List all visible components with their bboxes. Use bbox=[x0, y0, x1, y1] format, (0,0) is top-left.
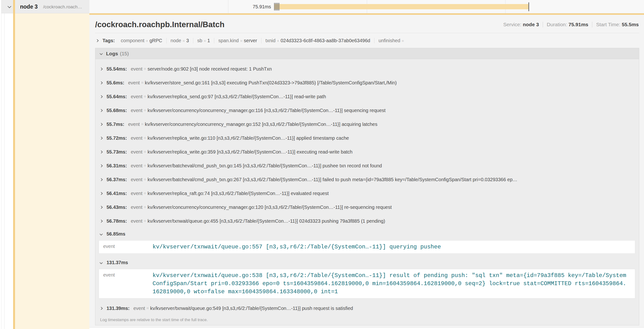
log-field-key: event bbox=[131, 108, 142, 113]
log-row[interactable]: 131.39ms: event = kv/kvserver/txnwait/qu… bbox=[95, 301, 639, 315]
log-detail-box: event kv/kvserver/txnwait/queue.go:538 [… bbox=[99, 269, 635, 298]
equals-sign: = bbox=[146, 39, 148, 43]
equals-sign: = bbox=[144, 219, 146, 223]
log-field-value: kv/kvserver/txnwait/queue.go:549 [n3,s3,… bbox=[150, 306, 353, 311]
logs-section: Logs (15) 55.54ms: event = server/node.g… bbox=[95, 48, 639, 326]
log-row[interactable]: 55.73ms: event = kv/kvserver/replica_wri… bbox=[95, 145, 639, 159]
chevron-right-icon[interactable] bbox=[100, 68, 103, 70]
chevron-right-icon[interactable] bbox=[100, 81, 103, 84]
meta-service-value: node 3 bbox=[523, 22, 539, 27]
chevron-right-icon[interactable] bbox=[100, 164, 103, 167]
log-row[interactable]: 56.41ms: event = kv/kvserver/replica_raf… bbox=[95, 186, 639, 200]
log-field-key: event bbox=[131, 218, 142, 224]
tag-span-kind[interactable]: span.kind=server bbox=[214, 38, 261, 44]
equals-sign: = bbox=[144, 67, 146, 71]
tag-sb[interactable]: sb=1 bbox=[193, 38, 214, 44]
log-field-value: kv/kvserver/replica_raft.go:74 [n3,s3,r6… bbox=[148, 191, 329, 196]
chevron-right-icon[interactable] bbox=[100, 136, 103, 140]
log-row[interactable]: 55.7ms: event = kv/kvserver/concurrency/… bbox=[95, 117, 639, 131]
logs-footer-note: Log timestamps are relative to the start… bbox=[95, 315, 639, 325]
chevron-right-icon[interactable] bbox=[100, 220, 103, 223]
equals-sign: = bbox=[144, 205, 146, 209]
chevron-right-icon[interactable] bbox=[100, 123, 103, 126]
log-detail-box: event kv/kvserver/txnwait/queue.go:557 [… bbox=[99, 240, 635, 254]
log-timestamp: 56.78ms: bbox=[106, 218, 127, 224]
log-marker-tick bbox=[275, 3, 276, 10]
chevron-right-icon[interactable] bbox=[100, 307, 103, 310]
log-row-expanded[interactable]: 56.85ms bbox=[95, 228, 639, 240]
span-title: /cockroach.roachpb.Internal/Batch bbox=[95, 20, 224, 29]
log-timestamp: 131.37ms bbox=[106, 260, 128, 265]
log-timestamp: 56.31ms: bbox=[106, 163, 127, 168]
trace-timeline-view: node 3 /cockroach.roach… 75.91ms /cockro… bbox=[0, 0, 644, 329]
meta-start-time: Start Time:55.5ms bbox=[592, 22, 639, 28]
log-row[interactable]: 56.78ms: event = kv/kvserver/txnwait/que… bbox=[95, 214, 639, 228]
log-row[interactable]: 55.6ms: event = kv/kvserver/store_send.g… bbox=[95, 76, 639, 90]
equals-sign: = bbox=[402, 39, 404, 43]
tag-key: node bbox=[171, 38, 182, 43]
log-row[interactable]: 55.64ms: event = kv/kvserver/replica_sen… bbox=[95, 90, 639, 104]
chevron-right-icon[interactable] bbox=[100, 192, 103, 195]
log-row[interactable]: 55.54ms: event = server/node.go:902 [n3]… bbox=[95, 62, 639, 76]
span-row[interactable]: node 3 /cockroach.roach… 75.91ms bbox=[2, 0, 644, 13]
tag-value: 3 bbox=[186, 38, 189, 43]
log-row[interactable]: 56.43ms: event = kv/kvserver/concurrency… bbox=[95, 200, 639, 214]
equals-sign: = bbox=[141, 122, 143, 126]
meta-start-time-value: 55.5ms bbox=[622, 22, 639, 27]
chevron-right-icon[interactable] bbox=[100, 109, 103, 112]
log-row[interactable]: 56.31ms: event = kv/kvserver/batcheval/c… bbox=[95, 159, 639, 172]
gutter-divider bbox=[1, 0, 2, 329]
tag-key: txnid bbox=[266, 38, 276, 43]
log-timestamp: 55.6ms: bbox=[106, 80, 124, 86]
tag-component[interactable]: component=gRPC bbox=[117, 38, 166, 44]
chevron-right-icon[interactable] bbox=[100, 178, 103, 181]
equals-sign: = bbox=[240, 39, 242, 43]
chevron-right-icon[interactable] bbox=[100, 206, 103, 209]
tags-row[interactable]: Tags: component=gRPC node=3 sb=1 span.ki… bbox=[95, 36, 639, 46]
log-marker-tick bbox=[274, 3, 274, 10]
chevron-down-icon[interactable] bbox=[8, 4, 12, 8]
tag-key: sb bbox=[197, 38, 202, 43]
log-row-expanded[interactable]: 131.37ms bbox=[95, 256, 639, 268]
chevron-down-icon[interactable] bbox=[100, 261, 103, 264]
chevron-right-icon[interactable] bbox=[100, 95, 103, 98]
tag-txnid[interactable]: txnid=024d3323-6c8f-4863-aa8b-37ab0e6349… bbox=[261, 38, 374, 44]
log-field-key: event bbox=[99, 272, 152, 296]
tags-label[interactable]: Tags: bbox=[102, 38, 115, 44]
logs-header[interactable]: Logs (15) bbox=[95, 48, 639, 59]
log-field-value: kv/kvserver/replica_write.go:359 [n3,s3,… bbox=[148, 149, 352, 155]
log-row[interactable]: 55.68ms: event = kv/kvserver/concurrency… bbox=[95, 104, 639, 117]
log-row[interactable]: 56.37ms: event = kv/kvserver/batcheval/c… bbox=[95, 172, 639, 186]
tag-value: 024d3323-6c8f-4863-aa8b-37ab0e63496d bbox=[280, 38, 370, 43]
logs-title: Logs bbox=[106, 51, 118, 56]
log-marker-tick bbox=[279, 3, 279, 10]
gutter-divider bbox=[4, 0, 4, 329]
chevron-right-icon[interactable] bbox=[100, 150, 103, 154]
log-field-value: kv/kvserver/batcheval/cmd_push_txn.go:26… bbox=[148, 177, 518, 182]
log-field-key: event bbox=[131, 149, 142, 155]
tag-node[interactable]: node=3 bbox=[166, 38, 193, 44]
detail-header: /cockroach.roachpb.Internal/Batch Servic… bbox=[95, 20, 639, 29]
log-timestamp: 131.39ms: bbox=[106, 306, 130, 311]
chevron-down-icon[interactable] bbox=[100, 232, 103, 236]
span-service-name[interactable]: node 3 bbox=[20, 0, 38, 13]
log-row[interactable]: 55.72ms: event = kv/kvserver/replica_wri… bbox=[95, 131, 639, 145]
span-duration-bar[interactable] bbox=[274, 4, 528, 9]
chevron-right-icon[interactable] bbox=[96, 39, 99, 42]
log-field-value: kv/kvserver/txnwait/queue.go:455 [n3,s3,… bbox=[148, 218, 385, 224]
equals-sign: = bbox=[144, 108, 146, 112]
log-field-key: event bbox=[131, 136, 142, 141]
span-operation-name[interactable]: /cockroach.roach… bbox=[43, 0, 82, 14]
span-timeline[interactable]: 75.91ms bbox=[90, 0, 644, 13]
chevron-down-icon[interactable] bbox=[100, 52, 103, 55]
log-timestamp: 56.43ms: bbox=[106, 204, 127, 210]
detail-row-background bbox=[15, 13, 90, 329]
service-color-stripe bbox=[13, 0, 15, 329]
log-field-key: event bbox=[128, 80, 140, 86]
log-field-value: kv/kvserver/store_send.go:161 [n3,s3] ex… bbox=[145, 80, 397, 86]
equals-sign: = bbox=[141, 80, 143, 85]
tag-unfinished[interactable]: unfinished= bbox=[374, 38, 410, 44]
tag-value: 1 bbox=[207, 38, 210, 43]
equals-sign: = bbox=[144, 164, 146, 168]
tag-value: gRPC bbox=[150, 38, 162, 43]
